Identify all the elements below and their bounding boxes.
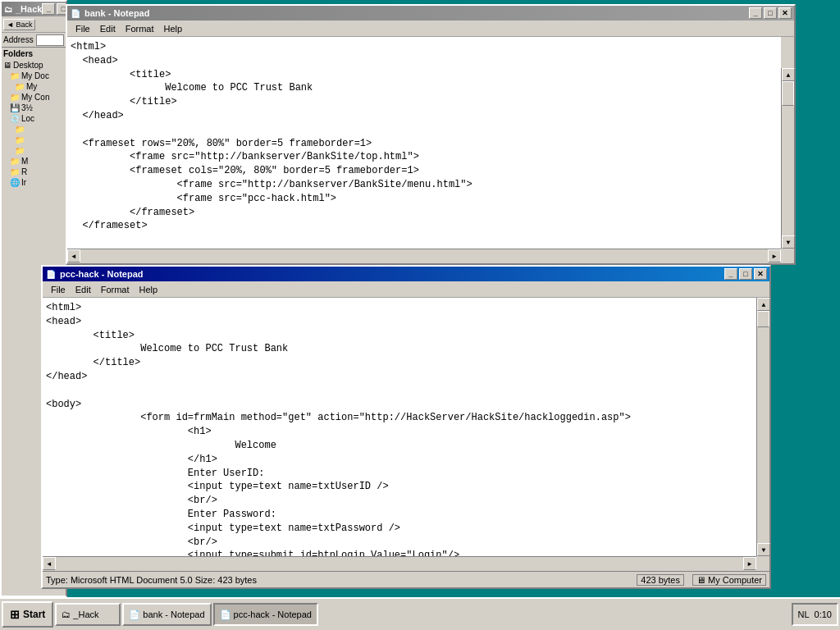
address-label: Address <box>3 35 34 44</box>
explorer-title-text: _Hack <box>16 4 42 14</box>
start-button[interactable]: ⊞ _Hack Start <box>2 601 53 628</box>
explorer-title-bar: 🗂 _Hack _ □ ✕ <box>2 2 66 16</box>
address-input[interactable] <box>36 34 64 46</box>
computer-icon: 🖥 <box>696 575 705 585</box>
folder-desktop[interactable]: 🖥 Desktop <box>3 60 64 71</box>
folders-pane: Folders 🖥 Desktop 📁 My Doc 📁 My 📁 My Con… <box>2 48 66 189</box>
bank-notepad-title-buttons: _ □ ✕ <box>749 7 792 19</box>
folder-m[interactable]: 📁 M <box>3 156 64 167</box>
folder-i[interactable]: 🌐 Ir <box>3 177 64 188</box>
explorer-icon: 🗂 <box>4 3 12 15</box>
bank-taskbar-label: bank - Notepad <box>143 609 204 619</box>
hack-notepad-content-area: <html> <head> <title> Welcome to PCC Tru… <box>43 298 769 569</box>
desktop: 🗂 _Hack _ □ ✕ ◄ Back Address Folders 🖥 D… <box>0 0 840 597</box>
sub3-icon: 📁 <box>15 146 25 155</box>
bank-notepad-maximize-btn[interactable]: □ <box>764 7 777 19</box>
folder-sub1[interactable]: 📁 <box>3 124 64 135</box>
tray-clock: 0:10 <box>815 609 832 619</box>
bank-notepad-content-area: <html> <head> <title> Welcome to PCC Tru… <box>67 37 794 262</box>
bank-notepad-text[interactable]: <html> <head> <title> Welcome to PCC Tru… <box>67 37 781 262</box>
explorer-title-buttons: _ □ ✕ <box>42 3 67 15</box>
bank-scroll-down-btn[interactable]: ▼ <box>782 235 795 249</box>
hack-notepad-status-bar: Type: Microsoft HTML Document 5.0 Size: … <box>43 571 769 587</box>
folder-mycon[interactable]: 📁 My Con <box>3 92 64 103</box>
bank-menu-edit[interactable]: Edit <box>95 22 121 35</box>
bank-taskbar-icon: 📄 <box>129 609 140 620</box>
bank-notepad-scrollbar-v[interactable]: ▲ ▼ <box>781 68 794 249</box>
hack-notepad-taskbar-icon: 📄 <box>220 609 231 620</box>
hack-menu-edit[interactable]: Edit <box>71 283 96 296</box>
hack-notepad-close-btn[interactable]: ✕ <box>754 268 767 280</box>
r-icon: 📁 <box>10 167 20 176</box>
taskbar-btn-hack-notepad[interactable]: 📄 pcc-hack - Notepad <box>213 603 318 626</box>
bank-notepad-menu-bar: File Edit Format Help <box>67 21 794 37</box>
hack-scroll-up-btn[interactable]: ▲ <box>757 298 770 311</box>
explorer-toolbar: ◄ Back <box>2 16 66 33</box>
hack-status-size: 423 bytes <box>637 574 684 586</box>
desktop-icon: 🖥 <box>3 61 11 70</box>
back-label: ◄ Back <box>7 21 32 29</box>
system-tray: NL 0:10 <box>792 603 838 626</box>
hack-scroll-thumb[interactable] <box>757 311 769 327</box>
hack-scroll-left-btn[interactable]: ◄ <box>43 557 56 570</box>
bank-notepad-icon: 📄 <box>70 7 81 19</box>
hack-notepad-title: pcc-hack - Notepad <box>60 269 724 279</box>
hack-menu-file[interactable]: File <box>46 283 71 296</box>
bank-notepad-minimize-btn[interactable]: _ <box>749 7 762 19</box>
bank-notepad-window: 📄 bank - Notepad _ □ ✕ File Edit Format … <box>66 4 796 265</box>
hack-notepad-scrollbar-h[interactable]: ◄ ► <box>43 556 756 569</box>
bank-scroll-right-btn[interactable]: ► <box>768 249 781 262</box>
hack-notepad-title-bar: 📄 pcc-hack - Notepad _ □ ✕ <box>43 267 769 281</box>
taskbar-btn-hack[interactable]: 🗂 _Hack <box>55 603 121 626</box>
my-computer-label: My Computer <box>708 575 762 585</box>
explorer-minimize-btn[interactable]: _ <box>42 3 55 15</box>
hack-notepad-text[interactable]: <html> <head> <title> Welcome to PCC Tru… <box>43 298 756 569</box>
hack-notepad-title-buttons: _ □ ✕ <box>724 268 767 280</box>
bank-scroll-up-btn[interactable]: ▲ <box>782 68 795 81</box>
sub1-icon: 📁 <box>15 125 25 134</box>
loc-icon: 💿 <box>10 114 20 123</box>
folder-sub2[interactable]: 📁 <box>3 135 64 145</box>
hack-notepad-minimize-btn[interactable]: _ <box>724 268 737 280</box>
hack-notepad-taskbar-label: pcc-hack - Notepad <box>234 609 312 619</box>
bank-scroll-thumb[interactable] <box>782 81 794 106</box>
sub2-icon: 📁 <box>15 135 25 144</box>
hack-notepad-menu-bar: File Edit Format Help <box>43 281 769 298</box>
hack-notepad-window: 📄 pcc-hack - Notepad _ □ ✕ File Edit For… <box>41 265 771 589</box>
bank-menu-file[interactable]: File <box>71 22 95 35</box>
hack-menu-format[interactable]: Format <box>96 283 135 296</box>
hack-notepad-icon: 📄 <box>45 268 57 280</box>
folder-my[interactable]: 📁 My <box>3 81 64 92</box>
my-icon: 📁 <box>15 82 25 91</box>
bank-notepad-close-btn[interactable]: ✕ <box>778 7 792 19</box>
bank-menu-format[interactable]: Format <box>121 22 159 35</box>
hack-menu-help[interactable]: Help <box>135 283 163 296</box>
bank-menu-help[interactable]: Help <box>159 22 188 35</box>
hack-status-type: Type: Microsoft HTML Document 5.0 Size: … <box>46 575 637 585</box>
folder-mydoc[interactable]: 📁 My Doc <box>3 71 64 81</box>
bank-notepad-scrollbar-h[interactable]: ◄ ► <box>67 249 781 262</box>
tray-lang: NL <box>798 609 810 619</box>
taskbar: ⊞ _Hack Start 🗂 _Hack 📄 bank - Notepad 📄… <box>0 597 840 630</box>
3half-icon: 💾 <box>10 103 20 112</box>
hack-taskbar-icon: 🗂 <box>62 609 71 619</box>
taskbar-btn-bank[interactable]: 📄 bank - Notepad <box>122 603 211 626</box>
start-windows-icon: ⊞ <box>10 608 20 621</box>
hack-taskbar-label: _Hack <box>73 609 98 619</box>
folder-r[interactable]: 📁 R <box>3 167 64 177</box>
folder-3half[interactable]: 💾 3½ <box>3 103 64 113</box>
folder-sub3[interactable]: 📁 <box>3 145 64 156</box>
hack-notepad-maximize-btn[interactable]: □ <box>739 268 752 280</box>
hack-scroll-down-btn[interactable]: ▼ <box>757 543 770 556</box>
bank-scroll-left-btn[interactable]: ◄ <box>67 249 80 262</box>
hack-status-mycomputer: 🖥 My Computer <box>692 574 766 586</box>
i-icon: 🌐 <box>10 178 20 187</box>
hack-scroll-right-btn[interactable]: ► <box>743 557 756 570</box>
folder-loc[interactable]: 💿 Loc <box>3 113 64 124</box>
m-icon: 📁 <box>10 157 20 166</box>
hack-notepad-scrollbar-v[interactable]: ▲ ▼ <box>756 298 769 556</box>
bank-notepad-title: bank - Notepad <box>84 8 749 18</box>
back-button[interactable]: ◄ Back <box>3 19 35 30</box>
bank-notepad-title-bar: 📄 bank - Notepad _ □ ✕ <box>67 6 794 21</box>
address-bar: Address <box>2 33 66 48</box>
